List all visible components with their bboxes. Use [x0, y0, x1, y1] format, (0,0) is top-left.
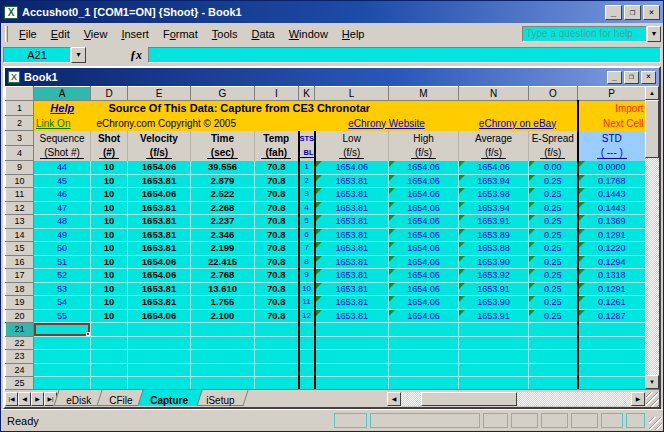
cell-empty[interactable] — [578, 323, 646, 337]
cell-velocity[interactable]: 1653.81 — [128, 228, 191, 242]
cell-low[interactable]: 1653.81 — [315, 228, 389, 242]
menu-item-format[interactable]: Format — [156, 25, 205, 43]
cell-empty[interactable] — [315, 363, 389, 377]
cell-empty[interactable] — [191, 323, 255, 337]
cell-average[interactable]: 1653.98 — [459, 188, 529, 202]
cell-blk[interactable]: 2 — [299, 174, 315, 188]
question-dropdown-icon[interactable]: ▼ — [647, 26, 661, 42]
cell-velocity[interactable]: 1654.06 — [128, 269, 191, 283]
row-header-10[interactable]: 10 — [6, 174, 34, 188]
cell-empty[interactable] — [529, 350, 578, 364]
cell-shot[interactable]: 10 — [91, 228, 128, 242]
cell-velocity[interactable]: 1653.81 — [128, 282, 191, 296]
cell-empty[interactable] — [315, 323, 389, 337]
scroll-right-icon[interactable]: ▶ — [631, 392, 645, 406]
cell-seq[interactable]: 51 — [34, 255, 91, 269]
cell-average[interactable]: 1653.91 — [459, 215, 529, 229]
cell-time[interactable]: 13.610 — [191, 282, 255, 296]
cell-empty[interactable] — [255, 363, 299, 377]
cell-average[interactable]: 1653.92 — [459, 269, 529, 283]
column-header-O[interactable]: O — [529, 87, 578, 101]
cell-average[interactable]: 1653.94 — [459, 174, 529, 188]
field-title-average[interactable]: Average — [459, 131, 529, 146]
cell-std[interactable]: 0.1261 — [578, 296, 646, 310]
cell-low[interactable]: 1653.81 — [315, 296, 389, 310]
cell-time[interactable]: 22.415 — [191, 255, 255, 269]
cell-seq[interactable]: 52 — [34, 269, 91, 283]
row-header-14[interactable]: 14 — [6, 228, 34, 242]
cell-velocity[interactable]: 1654.06 — [128, 255, 191, 269]
cell-velocity[interactable]: 1653.81 — [128, 242, 191, 256]
field-title-low[interactable]: Low — [315, 131, 389, 146]
cell-empty[interactable] — [191, 336, 255, 350]
cell-empty[interactable] — [34, 363, 91, 377]
cell-std[interactable]: 0.1294 — [578, 255, 646, 269]
cell-blk[interactable]: 11 — [299, 296, 315, 310]
cell-std[interactable]: 0.1318 — [578, 269, 646, 283]
toolbar-drag-handle[interactable] — [5, 26, 8, 42]
field-unit[interactable]: (sec) — [191, 146, 255, 161]
cell-time[interactable]: 2.768 — [191, 269, 255, 283]
prev-sheet-icon[interactable]: ◀ — [18, 392, 31, 406]
cell-blk[interactable]: 8 — [299, 255, 315, 269]
cell-empty[interactable] — [34, 377, 91, 390]
cell-temp[interactable]: 70.8 — [255, 188, 299, 202]
cell-time[interactable]: 2.268 — [191, 201, 255, 215]
cell-shot[interactable]: 10 — [91, 174, 128, 188]
cell-high[interactable]: 1654.06 — [389, 228, 459, 242]
cell-time[interactable]: 1.755 — [191, 296, 255, 310]
row-header-16[interactable]: 16 — [6, 255, 34, 269]
book-title-bar[interactable]: X Book1 _ ❐ × — [5, 68, 659, 86]
cell-empty[interactable] — [128, 363, 191, 377]
cell-temp[interactable]: 70.8 — [255, 201, 299, 215]
cell-high[interactable]: 1654.06 — [389, 215, 459, 229]
cell-empty[interactable] — [299, 323, 315, 337]
echrony-website-link[interactable]: eChrony Website — [315, 116, 459, 131]
cell-empty[interactable] — [91, 323, 128, 337]
cell-std[interactable]: 0.1443 — [578, 201, 646, 215]
column-header-A[interactable]: A — [34, 87, 91, 101]
cell-blk[interactable]: 5 — [299, 215, 315, 229]
cell-seq[interactable]: 54 — [34, 296, 91, 310]
cell-empty[interactable] — [255, 116, 315, 131]
cell-shot[interactable]: 10 — [91, 282, 128, 296]
cell-empty[interactable] — [128, 323, 191, 337]
cell-seq[interactable]: 46 — [34, 188, 91, 202]
cell-empty[interactable] — [91, 377, 128, 390]
column-header-D[interactable]: D — [91, 87, 128, 101]
cell-empty[interactable] — [255, 336, 299, 350]
cell-average[interactable]: 1653.89 — [459, 228, 529, 242]
cell-std[interactable]: 0.0000 — [578, 161, 646, 175]
name-box-dropdown-icon[interactable]: ▼ — [71, 47, 86, 63]
sheet-tab-capture[interactable]: Capture — [138, 390, 203, 406]
window-resize-grip[interactable] — [646, 392, 659, 407]
cell-temp[interactable]: 70.8 — [255, 174, 299, 188]
cell-std[interactable]: 0.1287 — [578, 309, 646, 323]
fx-icon[interactable]: ƒx — [126, 48, 148, 63]
field-title-sts[interactable]: STS — [299, 131, 315, 146]
cell-temp[interactable]: 70.8 — [255, 215, 299, 229]
cell-seq[interactable]: 55 — [34, 309, 91, 323]
cell-high[interactable]: 1654.06 — [389, 188, 459, 202]
cell-empty[interactable] — [299, 377, 315, 390]
cell-empty[interactable] — [529, 377, 578, 390]
cell-empty[interactable] — [578, 363, 646, 377]
field-title-high[interactable]: High — [389, 131, 459, 146]
cell-empty[interactable] — [529, 336, 578, 350]
cell-temp[interactable]: 70.8 — [255, 161, 299, 175]
cell-empty[interactable] — [191, 363, 255, 377]
sheet-tab-isetup[interactable]: iSetup — [194, 390, 250, 406]
row-header-25[interactable]: 25 — [6, 377, 34, 390]
app-resize-grip[interactable] — [649, 417, 662, 430]
cell-empty[interactable] — [459, 363, 529, 377]
field-unit[interactable]: (#) — [91, 146, 128, 161]
cell-empty[interactable] — [255, 323, 299, 337]
cell-temp[interactable]: 70.8 — [255, 242, 299, 256]
cell-time[interactable]: 39.556 — [191, 161, 255, 175]
cell-seq[interactable]: 53 — [34, 282, 91, 296]
field-unit[interactable]: ( --- ) — [578, 146, 646, 161]
cell-std[interactable]: 0.1443 — [578, 188, 646, 202]
cell-std[interactable]: 0.1291 — [578, 228, 646, 242]
book-restore-button[interactable]: ❐ — [624, 71, 639, 84]
vertical-scroll-thumb[interactable] — [645, 100, 659, 158]
